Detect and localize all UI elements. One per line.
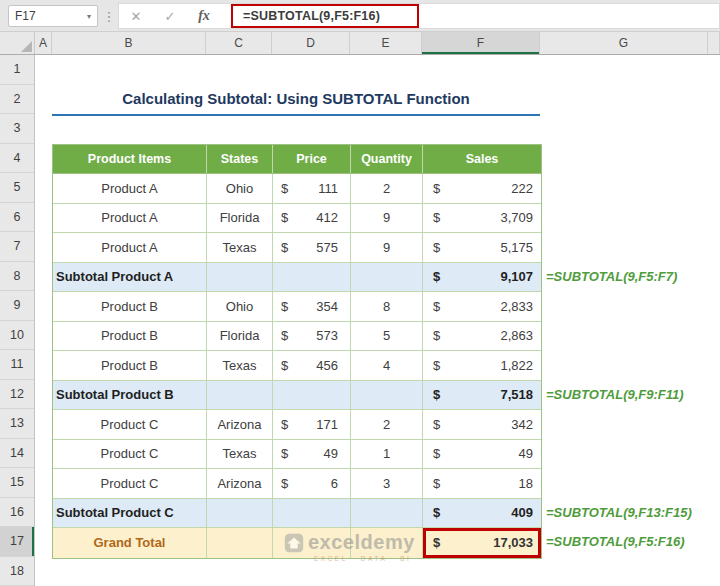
subtotal-label-cell[interactable]: Subtotal Product A [53,263,207,292]
row-header-4[interactable]: 4 [0,144,34,174]
chevron-down-icon[interactable]: ▾ [87,12,91,21]
price-cell[interactable]: $49 [273,440,351,469]
row-header-10[interactable]: 10 [0,321,34,351]
sales-cell[interactable]: $342 [423,410,541,439]
product-cell[interactable]: Product A [53,174,207,203]
price-cell[interactable]: $573 [273,322,351,351]
empty-cell[interactable] [273,381,351,410]
empty-cell[interactable] [351,263,423,292]
row-header-5[interactable]: 5 [0,173,34,203]
subtotal-sales-cell[interactable]: $409 [423,499,541,528]
state-cell[interactable]: Ohio [207,292,273,321]
sales-cell[interactable]: $3,709 [423,204,541,233]
product-cell[interactable]: Product A [53,233,207,262]
empty-cell[interactable] [351,499,423,528]
empty-cell[interactable] [207,381,273,410]
quantity-cell[interactable]: 3 [351,469,423,498]
empty-cell[interactable] [273,263,351,292]
product-cell[interactable]: Product C [53,469,207,498]
product-cell[interactable]: Product C [53,440,207,469]
sales-cell[interactable]: $1,822 [423,351,541,380]
column-header-F[interactable]: F [422,32,540,54]
column-header-G[interactable]: G [540,32,708,54]
state-cell[interactable]: Arizona [207,410,273,439]
empty-cell[interactable] [207,263,273,292]
row-header-9[interactable]: 9 [0,291,34,321]
enter-icon[interactable]: ✓ [153,9,187,24]
price-cell[interactable]: $456 [273,351,351,380]
price-cell[interactable]: $354 [273,292,351,321]
table-column-header[interactable]: Price [273,145,351,174]
quantity-cell[interactable]: 1 [351,440,423,469]
row-header-14[interactable]: 14 [0,439,34,469]
quantity-cell[interactable]: 8 [351,292,423,321]
row-header-18[interactable]: 18 [0,557,34,586]
column-header-A[interactable]: A [35,32,52,54]
subtotal-sales-cell[interactable]: $7,518 [423,381,541,410]
state-cell[interactable]: Texas [207,440,273,469]
column-header-C[interactable]: C [206,32,272,54]
select-all-button[interactable] [0,32,35,54]
price-cell[interactable]: $575 [273,233,351,262]
quantity-cell[interactable]: 5 [351,322,423,351]
sales-cell[interactable]: $49 [423,440,541,469]
table-column-header[interactable]: Quantity [351,145,423,174]
empty-cell[interactable] [351,381,423,410]
quantity-cell[interactable]: 2 [351,410,423,439]
formula-input[interactable]: =SUBTOTAL(9,F5:F16) [231,4,419,28]
state-cell[interactable]: Florida [207,322,273,351]
empty-cell[interactable] [207,499,273,528]
cancel-icon[interactable]: ✕ [119,9,153,24]
sales-cell[interactable]: $5,175 [423,233,541,262]
insert-function-icon[interactable]: fx [187,8,221,24]
table-column-header[interactable]: States [207,145,273,174]
quantity-cell[interactable]: 2 [351,174,423,203]
quantity-cell[interactable]: 4 [351,351,423,380]
state-cell[interactable]: Texas [207,233,273,262]
product-cell[interactable]: Product A [53,204,207,233]
product-cell[interactable]: Product B [53,322,207,351]
name-box[interactable]: F17 ▾ [8,5,98,27]
empty-cell[interactable] [273,499,351,528]
row-header-1[interactable]: 1 [0,55,34,85]
quantity-cell[interactable]: 9 [351,204,423,233]
price-cell[interactable]: $6 [273,469,351,498]
sales-cell[interactable]: $222 [423,174,541,203]
more-options-icon[interactable]: ⋮ [102,4,116,28]
row-header-15[interactable]: 15 [0,468,34,498]
row-header-6[interactable]: 6 [0,203,34,233]
state-cell[interactable]: Ohio [207,174,273,203]
empty-cell[interactable] [207,528,273,558]
row-header-7[interactable]: 7 [0,232,34,262]
row-header-11[interactable]: 11 [0,350,34,380]
product-cell[interactable]: Product C [53,410,207,439]
sales-cell[interactable]: $2,863 [423,322,541,351]
subtotal-sales-cell[interactable]: $9,107 [423,263,541,292]
row-header-2[interactable]: 2 [0,85,34,115]
row-header-13[interactable]: 13 [0,409,34,439]
state-cell[interactable]: Arizona [207,469,273,498]
row-header-3[interactable]: 3 [0,114,34,144]
sales-cell[interactable]: $2,833 [423,292,541,321]
state-cell[interactable]: Florida [207,204,273,233]
product-cell[interactable]: Product B [53,292,207,321]
row-header-12[interactable]: 12 [0,380,34,410]
price-cell[interactable]: $111 [273,174,351,203]
table-column-header[interactable]: Sales [423,145,541,174]
row-header-17[interactable]: 17 [0,527,34,557]
grand-total-label-cell[interactable]: Grand Total [53,528,207,558]
subtotal-label-cell[interactable]: Subtotal Product C [53,499,207,528]
price-cell[interactable]: $171 [273,410,351,439]
column-header-B[interactable]: B [52,32,206,54]
price-cell[interactable]: $412 [273,204,351,233]
sales-cell[interactable]: $18 [423,469,541,498]
row-header-8[interactable]: 8 [0,262,34,292]
column-header-E[interactable]: E [350,32,422,54]
row-header-16[interactable]: 16 [0,498,34,528]
state-cell[interactable]: Texas [207,351,273,380]
subtotal-label-cell[interactable]: Subtotal Product B [53,381,207,410]
table-column-header[interactable]: Product Items [53,145,207,174]
column-header-D[interactable]: D [272,32,350,54]
product-cell[interactable]: Product B [53,351,207,380]
quantity-cell[interactable]: 9 [351,233,423,262]
